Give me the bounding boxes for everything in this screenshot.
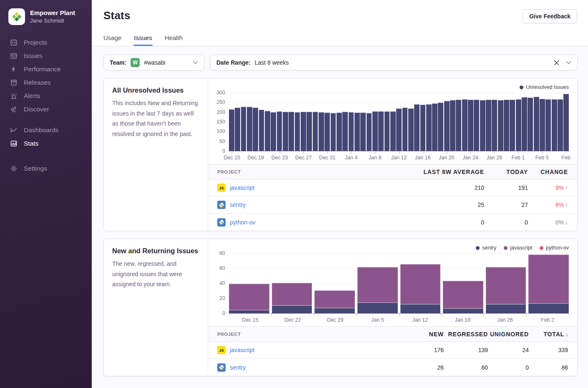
new-returning-issues-panel: New and Returning Issues The new, regres… [103,239,578,376]
legend-dot-icon [476,246,480,250]
team-avatar: W [131,58,140,67]
project-link[interactable]: sentry [230,364,246,371]
sidebar-item-settings[interactable]: Settings [0,162,92,175]
panel-title: New and Returning Issues [112,247,199,255]
python-project-icon [217,218,226,227]
change-value: 8%↑ [528,202,568,208]
issues-icon [10,52,18,60]
clear-date-range-icon[interactable] [554,60,559,66]
today-value: 27 [484,202,528,208]
user-name: Jane Schmidt [30,17,75,25]
give-feedback-button[interactable]: Give Feedback [523,9,577,23]
legend-label: sentry [482,245,496,251]
column-header-regressed[interactable]: Regressed [444,331,488,338]
new-value: 176 [404,347,444,353]
sidebar-item-label: Alerts [24,92,40,100]
arrow-down-icon: ↓ [565,219,568,226]
sort-descending-icon: ↓ [565,332,568,338]
tab-usage[interactable]: Usage [103,34,121,46]
python-project-icon [217,363,226,372]
sidebar-item-label: Performance [24,66,61,73]
project-link[interactable]: javascript [230,347,254,353]
settings-icon [10,165,18,172]
regressed-value: 139 [444,347,488,353]
releases-icon [10,79,18,86]
chart-legend: Unresolved Issues [214,83,569,91]
arrow-up-icon: ↑ [565,202,568,208]
legend-dot-icon [520,86,523,89]
unresolved-issues-panel: All Unresolved Issues This includes New … [103,78,578,231]
unignored-value: 0 [488,364,529,371]
table-row-javascript: JS javascript 176 139 24 339 [208,342,577,359]
tab-issues[interactable]: Issues [134,34,152,46]
column-header-project: Project [217,169,413,174]
total-value: 339 [529,347,568,353]
org-name: Empower Plant [30,9,75,17]
table-row-sentry: sentry 25 27 8%↑ [208,197,577,214]
legend-dot-icon [540,246,543,250]
new-returning-issues-table: Project New Regressed Unignored Total↓ J… [208,326,577,376]
legend-label: javascript [510,245,532,251]
org-switcher[interactable]: Empower Plant Jane Schmidt [0,0,92,34]
arrow-up-icon: ↑ [565,184,568,191]
avg-value: 0 [413,219,484,226]
chevron-down-icon [193,61,198,64]
empower-plant-logo-icon [8,8,25,25]
legend-item-unresolved-issues[interactable]: Unresolved Issues [520,84,569,90]
project-link[interactable]: python-ov [230,219,255,226]
page-title: Stats [103,9,131,22]
date-range-value: Last 8 weeks [255,59,289,66]
javascript-project-icon: JS [217,184,226,192]
panel-description: This includes New and Returning issues i… [112,98,199,139]
date-range-select[interactable]: Date Range: Last 8 weeks [210,55,578,71]
team-select[interactable]: Team: W #wasabi [103,55,204,71]
performance-icon [10,66,18,73]
sidebar-item-dashboards[interactable]: Dashboards [0,123,92,137]
sidebar-item-discover[interactable]: Discover [0,103,92,116]
team-select-label: Team: [110,59,126,66]
date-range-label: Date Range: [216,59,251,66]
legend-item-javascript[interactable]: javascript [504,245,532,251]
project-link[interactable]: sentry [230,202,246,208]
column-header-last-8w-average: Last 8w Average [413,169,484,175]
alerts-icon [10,92,18,100]
column-header-project: Project [217,332,404,337]
legend-item-python-ov[interactable]: python-ov [540,245,569,251]
sidebar-item-performance[interactable]: Performance [0,63,92,76]
table-row-sentry: sentry 26 60 0 86 [208,359,577,376]
sidebar-item-alerts[interactable]: Alerts [0,89,92,103]
legend-item-sentry[interactable]: sentry [476,245,496,251]
sidebar-item-issues[interactable]: Issues [0,49,92,63]
dashboards-icon [10,126,18,134]
today-value: 191 [484,184,528,191]
column-header-unignored[interactable]: Unignored [488,331,529,338]
sidebar-item-projects[interactable]: Projects [0,36,92,49]
tab-health[interactable]: Health [165,34,183,46]
avg-value: 25 [413,202,484,208]
sidebar-item-label: Discover [24,106,49,113]
project-link[interactable]: javascript [230,184,254,191]
sidebar-item-releases[interactable]: Releases [0,76,92,89]
legend-label: Unresolved Issues [526,84,569,90]
sidebar-item-stats[interactable]: Stats [0,137,92,150]
new-value: 26 [404,364,444,371]
sidebar-item-label: Projects [24,39,47,46]
sidebar-item-label: Issues [24,52,43,60]
total-value: 86 [529,364,568,371]
unresolved-issues-chart[interactable]: Unresolved Issues 050100150200250300 Dec… [208,78,577,164]
python-project-icon [217,201,226,209]
table-row-python-ov: python-ov 0 0 0%↓ [208,214,577,231]
column-header-total[interactable]: Total↓ [529,331,568,338]
change-value: 9%↑ [528,184,568,191]
sidebar-item-label: Releases [24,79,51,86]
regressed-value: 60 [444,364,488,371]
legend-label: python-ov [546,245,569,251]
stats-tabs: Usage Issues Health [103,34,577,46]
avg-value: 210 [413,184,484,191]
new-returning-issues-chart[interactable]: sentry javascript python-ov 020406080 De… [208,239,577,326]
legend-dot-icon [504,246,508,250]
column-header-new[interactable]: New [404,331,444,338]
panel-description: The new, regressed, and unignored issues… [112,259,199,290]
sidebar-item-label: Settings [24,165,47,172]
panel-title: All Unresolved Issues [112,86,199,94]
